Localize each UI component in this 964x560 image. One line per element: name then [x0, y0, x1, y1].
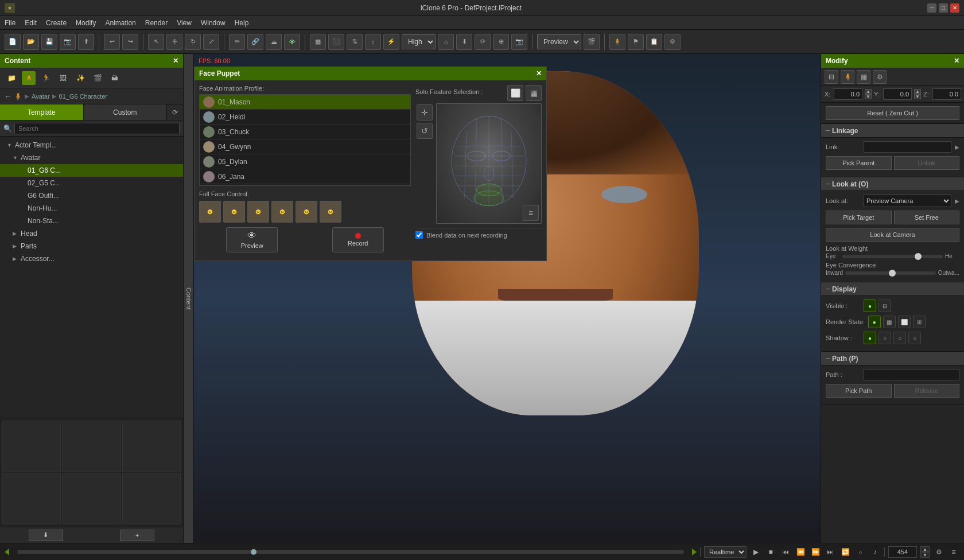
tb-redo-icon[interactable]: ↪: [122, 34, 138, 50]
mt-sliders-icon[interactable]: ⊟: [825, 70, 838, 84]
tb-export-icon[interactable]: ⬆: [78, 34, 94, 50]
tb-video-icon[interactable]: 🎬: [584, 34, 600, 50]
rs-normal-icon[interactable]: ●: [868, 316, 881, 328]
modify-close-icon[interactable]: ✕: [954, 57, 959, 65]
tab-refresh-icon[interactable]: ⟳: [167, 104, 183, 120]
asset-cell-5[interactable]: [62, 473, 120, 525]
ci-folder-icon[interactable]: 📁: [5, 71, 18, 85]
tree-item-01g6[interactable]: ▶ 01_G6 C...: [0, 164, 183, 177]
tb-capture-icon[interactable]: 📷: [60, 34, 76, 50]
tb-open-icon[interactable]: 📂: [23, 34, 39, 50]
timeline-options-button[interactable]: ≡: [948, 546, 959, 558]
prev-frame-button[interactable]: ⏮: [780, 546, 791, 558]
next-frame-button[interactable]: ⏭: [825, 546, 836, 558]
tl-start-marker[interactable]: [5, 549, 9, 555]
tb-save-icon[interactable]: 💾: [41, 34, 57, 50]
loop-button[interactable]: 🔁: [839, 546, 851, 558]
rs-bound-icon[interactable]: ⬜: [898, 316, 911, 328]
preview-button[interactable]: 👁 Preview: [226, 227, 278, 252]
link-input[interactable]: [864, 141, 951, 153]
frame-dn-btn[interactable]: ▼: [920, 552, 930, 558]
unlink-button[interactable]: Unlink: [894, 156, 960, 170]
asset-cell-4[interactable]: [2, 473, 61, 525]
tb-camera2-icon[interactable]: ↕: [365, 34, 381, 50]
menu-render[interactable]: Render: [145, 19, 168, 27]
search-input[interactable]: [14, 123, 180, 134]
tb-undo-icon[interactable]: ↩: [104, 34, 120, 50]
release-button[interactable]: Release: [894, 384, 960, 398]
tree-item-g6outfit[interactable]: ▶ G6 Outfi...: [0, 189, 183, 202]
solo-move-icon[interactable]: ✛: [417, 104, 433, 120]
reset-button[interactable]: Reset ( Zero Out ): [826, 106, 959, 120]
tb-render2-icon[interactable]: ⚡: [383, 34, 399, 50]
path-input[interactable]: [864, 369, 959, 380]
tb-link-icon[interactable]: 🔗: [247, 34, 263, 50]
audio-button[interactable]: ♪: [869, 546, 881, 558]
convergence-slider[interactable]: [845, 271, 936, 275]
profile-item-4[interactable]: 04_Gwynn: [200, 139, 410, 154]
shadow-on-icon[interactable]: ●: [864, 332, 876, 344]
rs-wire-icon[interactable]: ▦: [883, 316, 896, 328]
x-dn-btn[interactable]: ▼: [865, 94, 872, 99]
ci-avatar-icon[interactable]: 🧍: [22, 71, 36, 85]
pick-parent-button[interactable]: Pick Parent: [826, 156, 892, 170]
tb-refresh-icon[interactable]: ⟳: [475, 34, 491, 50]
ff-thumb-4[interactable]: 😐: [271, 201, 293, 223]
linkage-header[interactable]: ─ Linkage: [821, 124, 964, 138]
frame-up-btn[interactable]: ▲: [920, 546, 930, 552]
tb-camera3-icon[interactable]: 📷: [511, 34, 527, 50]
playback-mode-select[interactable]: Realtime: [704, 546, 747, 558]
tb-new-icon[interactable]: 📄: [5, 34, 21, 50]
record-button[interactable]: Record: [332, 227, 384, 252]
lookat-camera-button[interactable]: Look at Camera: [826, 228, 959, 242]
asset-cell-2[interactable]: [62, 421, 120, 472]
shadow-off-icon[interactable]: ○: [908, 332, 921, 344]
fp-close-icon[interactable]: ✕: [536, 69, 542, 77]
maximize-button[interactable]: □: [939, 3, 948, 13]
solo-list-btn[interactable]: ≡: [523, 205, 539, 221]
tb-grid-icon[interactable]: ▦: [310, 34, 326, 50]
frame-input[interactable]: [888, 546, 917, 558]
eye-slider[interactable]: [842, 255, 943, 258]
settings-button[interactable]: ⚙: [933, 546, 944, 558]
step-fwd-button[interactable]: ⏩: [810, 546, 821, 558]
path-header[interactable]: ─ Path (P): [821, 352, 964, 365]
ff-thumb-3[interactable]: 😐: [247, 201, 269, 223]
tree-item-nonsta[interactable]: ▶ Non-Sta...: [0, 215, 183, 227]
close-button[interactable]: ✕: [950, 3, 959, 13]
tb-char-icon[interactable]: 🧍: [609, 34, 625, 50]
solo-expand-icon[interactable]: ⬜: [507, 85, 523, 101]
lookat-header[interactable]: ─ Look at (O): [821, 177, 964, 191]
solo-rotate-icon[interactable]: ↺: [417, 123, 433, 139]
tree-item-avatar[interactable]: ▼ Avatar: [0, 151, 183, 164]
tb-settings-icon[interactable]: ⚙: [664, 34, 681, 50]
rs-frame-icon[interactable]: ⊞: [913, 316, 926, 328]
menu-edit[interactable]: Edit: [25, 19, 37, 27]
asset-cell-1[interactable]: [2, 421, 61, 472]
play-button[interactable]: ▶: [750, 546, 761, 558]
ci-scene-icon[interactable]: 🏔: [108, 71, 122, 85]
ff-thumb-6[interactable]: 😐: [320, 201, 341, 223]
ff-thumb-1[interactable]: 😐: [199, 201, 221, 223]
shadow-cast-icon[interactable]: ○: [879, 332, 891, 344]
set-free-button[interactable]: Set Free: [894, 211, 960, 224]
minimize-button[interactable]: ─: [927, 3, 936, 13]
asset-add-button[interactable]: +: [120, 530, 154, 541]
tb-arrows-icon[interactable]: ⇅: [347, 34, 363, 50]
tree-item-head[interactable]: ▶ Head: [0, 227, 183, 240]
step-back-button[interactable]: ⏪: [795, 546, 806, 558]
x-up-btn[interactable]: ▲: [865, 89, 872, 94]
profile-item-3[interactable]: 03_Chuck: [200, 125, 410, 139]
side-tab-content[interactable]: Content: [184, 54, 194, 543]
quality-select[interactable]: High: [402, 34, 436, 49]
tree-item-actor[interactable]: ▼ Actor Templ...: [0, 139, 183, 151]
tree-item-parts[interactable]: ▶ Parts: [0, 240, 183, 252]
tb-home-icon[interactable]: ⌂: [438, 34, 454, 50]
menu-help[interactable]: Help: [235, 19, 249, 27]
content-close-icon[interactable]: ✕: [173, 57, 178, 65]
tree-item-accessory[interactable]: ▶ Accessor...: [0, 252, 183, 265]
tb-frame-icon[interactable]: ⬛: [328, 34, 344, 50]
visible-on-icon[interactable]: ●: [864, 300, 876, 312]
solo-grid-icon[interactable]: ▦: [526, 85, 542, 101]
tb-rotate-icon[interactable]: ↻: [185, 34, 201, 50]
